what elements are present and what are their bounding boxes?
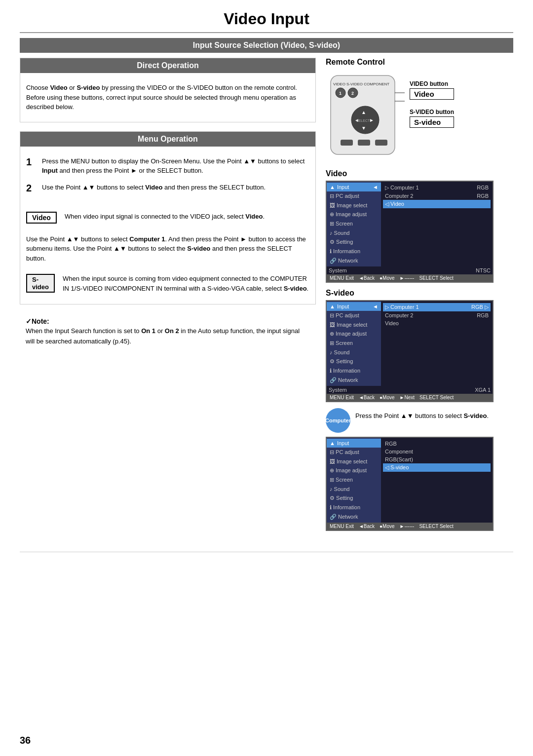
svideo-osd-right-panel: ▷ Computer 1RGB ▷ Computer 2RGB Video xyxy=(381,301,493,386)
svideo-osd-computer2: Computer 2RGB xyxy=(383,311,491,319)
direct-operation-section: Direct Operation Choose Video or S-video… xyxy=(20,58,316,122)
osd-imgadjust-item: ⊕ Image adjust xyxy=(327,210,381,219)
svideo-system-label: System xyxy=(329,387,347,393)
svideo-osd-sound: ♪ Sound xyxy=(327,348,381,357)
menu-op-para2: Use the Point ▲▼ buttons to select Compu… xyxy=(20,229,315,268)
svideo-osd-network: 🔗 Network xyxy=(327,376,381,385)
computer-button: Computer xyxy=(326,408,350,433)
video-subsection-title: Video xyxy=(326,169,513,178)
osd-imgselect-item: 🖼 Image select xyxy=(327,201,381,210)
note-section: ✓Note: When the Input Search function is… xyxy=(20,313,316,351)
svideo-submenu-wrapper: ▲ Input ⊟ PC adjust 🖼 Image select ⊕ Ima… xyxy=(326,437,513,531)
svg-text:1: 1 xyxy=(339,91,342,96)
svideo-sub-sound: ♪ Sound xyxy=(327,485,381,493)
svideo-back-label: ◄Back xyxy=(359,395,375,400)
video-button-value: Video xyxy=(410,88,454,100)
step-2-text: Use the Point ▲▼ buttons to select Video… xyxy=(42,183,266,192)
video-system-value: NTSC xyxy=(476,267,491,273)
step-1: 1 Press the MENU button to display the O… xyxy=(26,156,309,176)
video-osd-system-row: System NTSC xyxy=(327,266,493,274)
osd-setting-item: ⚙ Setting xyxy=(327,237,381,247)
svideo-sub-pcadjust: ⊟ PC adjust xyxy=(327,448,381,457)
osd-computer1-item: ▷ Computer 1RGB xyxy=(383,184,491,192)
svg-rect-13 xyxy=(358,140,370,146)
svideo-sub-rgbscart: RGB(Scart) xyxy=(383,455,491,463)
svideo-osd-wrapper: ▲ Input ◄ ⊟ PC adjust 🖼 Image select ⊕ I… xyxy=(326,300,513,402)
svideo-osd-imgselect: 🖼 Image select xyxy=(327,320,381,329)
note-text: When the Input Search function is set to… xyxy=(26,326,310,347)
osd-info-item: ℹ Information xyxy=(327,247,381,256)
svideo-button-label: S-VIDEO button xyxy=(410,109,454,115)
svideo-submenu-right-panel: RGB Component RGB(Scart) ◁ S-video xyxy=(381,438,493,523)
video-osd-left-panel: ▲ Input ◄ ⊟ PC adjust 🖼 Image select ⊕ I… xyxy=(327,182,381,266)
page-title: Video Input xyxy=(20,10,513,33)
svg-text:▼: ▼ xyxy=(361,125,366,131)
step-2-number: 2 xyxy=(26,183,37,194)
svideo-subsection-title: S-video xyxy=(326,289,513,298)
select-label: SELECT Select xyxy=(419,275,453,281)
svideo-badge: S-video xyxy=(26,274,55,293)
video-badge-row: Video When video input signal is connect… xyxy=(20,212,315,224)
svg-text:►: ► xyxy=(369,117,374,123)
svideo-submenu-bottom-bar: MENU Exit ◄Back ●Move ►------ SELECT Sel… xyxy=(327,523,493,530)
svideo-move-label: ●Move xyxy=(380,395,395,400)
svideo-exit-label: MENU Exit xyxy=(330,395,354,400)
osd-screen-item: ⊞ Screen xyxy=(327,219,381,228)
svideo-osd-pcadjust: ⊟ PC adjust xyxy=(327,311,381,320)
svg-text:VIDEO S-VIDEO COMPONENT: VIDEO S-VIDEO COMPONENT xyxy=(333,82,389,86)
svideo-sub-imgselect: 🖼 Image select xyxy=(327,457,381,466)
step-2: 2 Use the Point ▲▼ buttons to select Vid… xyxy=(26,183,309,194)
svideo-sub-network: 🔗 Network xyxy=(327,512,381,522)
svideo-badge-row: S-video When the input source is coming … xyxy=(20,274,315,293)
video-badge: Video xyxy=(26,212,57,224)
svideo-osd-left-panel: ▲ Input ◄ ⊟ PC adjust 🖼 Image select ⊕ I… xyxy=(327,301,381,386)
svideo-next-label: ►Next xyxy=(400,395,415,400)
svideo-osd-imgadjust: ⊕ Image adjust xyxy=(327,329,381,339)
svideo-sub-select: SELECT Select xyxy=(419,524,453,529)
osd-network-item: 🔗 Network xyxy=(327,256,381,265)
svideo-system-value: XGA 1 xyxy=(475,387,491,393)
svideo-osd-computer1: ▷ Computer 1RGB ▷ xyxy=(383,303,491,311)
computer-button-label: Computer xyxy=(325,417,351,423)
video-button-group: VIDEO button Video xyxy=(410,80,454,100)
computer-note-text: Press the Point ▲▼ buttons to select S-v… xyxy=(355,408,489,421)
menu-operation-heading: Menu Operation xyxy=(20,132,315,147)
svideo-osd-system-row: System XGA 1 xyxy=(327,386,493,394)
remote-svg: VIDEO S-VIDEO COMPONENT 1 2 ▲ ◄ ► ▼ SELE… xyxy=(326,71,405,159)
back-label: ◄Back xyxy=(359,275,375,281)
svideo-osd-video: Video xyxy=(383,319,491,327)
video-osd-menu: ▲ Input ◄ ⊟ PC adjust 🖼 Image select ⊕ I… xyxy=(326,181,494,283)
direct-operation-text: Choose Video or S-video by pressing the … xyxy=(20,78,315,117)
video-osd-right-panel: ▷ Computer 1RGB Computer 2RGB ◁ Video xyxy=(381,182,493,266)
svideo-osd-setting: ⚙ Setting xyxy=(327,357,381,366)
exit-label: MENU Exit xyxy=(330,275,354,281)
remote-labels: VIDEO button Video S-VIDEO button S-vide… xyxy=(410,71,454,128)
menu-operation-section: Menu Operation 1 Press the MENU button t… xyxy=(20,131,316,305)
page-number: 36 xyxy=(20,735,31,746)
next-label: ►------ xyxy=(400,275,415,281)
video-system-label: System xyxy=(329,267,347,273)
svideo-button-value: S-video xyxy=(410,116,454,128)
svideo-osd-info: ℹ Information xyxy=(327,366,381,376)
osd-input-item: ▲ Input ◄ xyxy=(327,183,381,191)
svideo-sub-back: ◄Back xyxy=(359,524,375,529)
svideo-sub-component: Component xyxy=(383,448,491,455)
svideo-osd-screen: ⊞ Screen xyxy=(327,339,381,348)
step-1-number: 1 xyxy=(26,156,37,168)
svideo-osd-input-item: ▲ Input ◄ xyxy=(327,302,381,311)
svideo-sub-input: ▲ Input xyxy=(327,439,381,448)
svideo-sub-exit: MENU Exit xyxy=(330,524,354,529)
svideo-sub-rgb: RGB xyxy=(383,440,491,448)
remote-control-section: Remote Control VIDEO S-VIDEO COMPONENT 1… xyxy=(326,58,513,159)
osd-video-item: ◁ Video xyxy=(383,200,491,208)
svideo-osd-bottom-bar: MENU Exit ◄Back ●Move ►Next SELECT Selec… xyxy=(327,394,493,401)
video-badge-text: When video input signal is connected to … xyxy=(65,212,265,222)
direct-text-line2: Before using these buttons, correct inpu… xyxy=(26,94,296,111)
svideo-sub-move: ●Move xyxy=(380,524,395,529)
note-title: ✓Note: xyxy=(26,317,310,325)
svideo-sub-input-icon: ▲ xyxy=(330,440,335,446)
osd-computer2-item: Computer 2RGB xyxy=(383,192,491,200)
video-button-label: VIDEO button xyxy=(410,80,454,87)
svideo-submenu-osd: ▲ Input ⊟ PC adjust 🖼 Image select ⊕ Ima… xyxy=(326,437,494,531)
osd-pcadjust-item: ⊟ PC adjust xyxy=(327,191,381,201)
